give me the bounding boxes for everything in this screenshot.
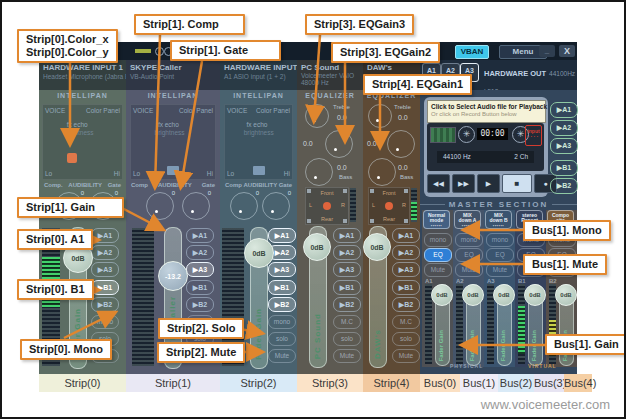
bus-fader-knob[interactable]: 0dB [555,284,577,306]
strip-0-b2-button[interactable]: ▶B2 [91,297,119,312]
gate-knob[interactable]: 0 [262,192,290,220]
strip-4-b1-button[interactable]: ▶B1 [392,280,420,295]
fast-forward-button[interactable]: ▶▶ [452,174,475,193]
strip-2-mono-button[interactable]: mono [268,315,296,329]
strip-3-b2-button[interactable]: ▶B2 [333,297,361,312]
strip-2-mute-button[interactable]: Mute [268,349,296,363]
surround-pan-pad[interactable]: Front L R Rear [368,187,410,225]
strip-3-b1-button[interactable]: ▶B1 [333,280,361,295]
strip-2-a1-button[interactable]: ▶A1 [268,228,296,243]
strip-3-mc-button[interactable]: M.C [333,315,361,329]
bus-2-mode-button[interactable]: MIX down B [485,210,512,229]
eq-bass-knob[interactable] [368,158,396,186]
bus-0-eq-button[interactable]: EQ [424,248,452,262]
strip-3-solo-button[interactable]: solo [333,332,361,346]
cassette-route-b1[interactable]: ▶B1 [550,160,578,176]
eq-treble-knob[interactable] [305,104,329,128]
bus-1-mute-button[interactable]: Mute [455,263,483,277]
hint-line-2: Or click on Record Button below [428,110,545,117]
strip-4-a1-button[interactable]: ▶A1 [392,228,420,243]
strip-1-a3-button[interactable]: ▶A3 [186,262,214,277]
bus-1-mode-button[interactable]: MIX down A [454,210,481,229]
cassette-route-b2[interactable]: ▶B2 [550,178,578,194]
intellipan-pad[interactable]: VOICE Color Panel fx echo brightness Lo … [224,104,293,180]
callout-strip4-eqgain1: Strip[4]. EQGain1 [363,74,472,95]
eq-mid-knob[interactable] [387,130,415,158]
lo-label: Lo [133,170,140,177]
eq-treble-knob[interactable] [368,104,392,128]
legend-bus-1: Bus(1) [460,374,498,392]
playback-hint[interactable]: Click to Select Audio file for Playback … [427,100,546,123]
strip-4-a2-button[interactable]: ▶A2 [392,245,420,260]
fader-knob[interactable]: 0dB [363,233,391,261]
bus-fader-knob[interactable]: 0dB [524,284,546,306]
strip-0-mono-button[interactable]: mono [91,315,119,329]
surround-pan-pad[interactable]: Front L R Rear [305,187,349,225]
stop-button[interactable]: ■ [502,174,532,193]
comp-label: Comp. [44,182,63,188]
strip-0-a1-button[interactable]: ▶A1 [91,228,119,243]
bus-2-mute-button[interactable]: Mute [486,263,514,277]
intellipan-pad[interactable]: VOICE Color Panel fx echo brightness Lo … [130,104,216,180]
bus-fader-knob[interactable]: 0dB [493,284,515,306]
rewind-button[interactable]: ◀◀ [427,174,450,193]
cassette-route-a1[interactable]: ▶A1 [550,102,578,118]
strip-2-b2-button[interactable]: ▶B2 [268,297,296,312]
bass-label: Bass [339,174,352,180]
bus-1-mono-button[interactable]: mono [455,233,483,247]
cassette-route-a2[interactable]: ▶A2 [550,120,578,136]
eq-bass-knob[interactable] [305,158,333,186]
watermark: www.voicemeeter.com [481,397,610,412]
strip-1-b1-button[interactable]: ▶B1 [186,280,214,295]
strip-device: A1 ASIO input (1 + 2) [220,72,297,80]
strip-4-solo-button[interactable]: solo [392,332,420,346]
strip-1-a1-button[interactable]: ▶A1 [186,228,214,243]
hardware-out-title: HARDWARE OUT [484,69,546,78]
left-label: L [309,202,312,208]
strip-2-b1-button[interactable]: ▶B1 [268,280,296,295]
strip-4-b2-button[interactable]: ▶B2 [392,297,420,312]
minimize-button[interactable]: _ [539,45,555,57]
strip-1-b2-button[interactable]: ▶B2 [186,297,214,312]
fader-value: 0dB [370,244,383,251]
fader-knob[interactable]: -13.2 [158,261,188,291]
input-record-button[interactable]: input [525,125,542,146]
bus-0-mode-button[interactable]: Normal mode [423,210,450,229]
bus-2-eq-button[interactable]: EQ [486,248,514,262]
color-position-handle[interactable] [67,153,77,163]
strip-2-a3-button[interactable]: ▶A3 [268,262,296,277]
bus-2-mono-button[interactable]: mono [486,233,514,247]
bus-0-mono-button[interactable]: mono [424,233,452,247]
cassette-route-a3[interactable]: ▶A3 [550,138,578,154]
strip-3-a2-button[interactable]: ▶A2 [333,245,361,260]
strip-4-a3-button[interactable]: ▶A3 [392,262,420,277]
strip-1-a2-button[interactable]: ▶A2 [186,245,214,260]
strip-0-b1-button[interactable]: ▶B1 [91,280,119,295]
strip-0-a3-button[interactable]: ▶A3 [91,262,119,277]
comp-knob[interactable]: 0 [146,192,174,220]
strip-4-mute-button[interactable]: Mute [392,349,420,363]
pan-position-handle[interactable] [253,166,265,175]
bus-fader-knob[interactable]: 0dB [431,284,453,306]
strip-3-mute-button[interactable]: Mute [333,349,361,363]
strip-0-a2-button[interactable]: ▶A2 [91,245,119,260]
strip-3-a1-button[interactable]: ▶A1 [333,228,361,243]
fader-knob[interactable]: 0dB [303,233,331,261]
pan-position-handle[interactable] [323,202,331,210]
fader-knob[interactable]: 0dB [244,238,274,268]
intellipan-pad[interactable]: VOICE Color Panel fx echo brightness Lo … [42,104,123,180]
bus-1-eq-button[interactable]: EQ [455,248,483,262]
strip-4-mc-button[interactable]: M.C [392,315,420,329]
gate-knob[interactable]: 0 [182,192,210,220]
pan-position-handle[interactable] [167,166,179,175]
bus-fader-knob[interactable]: 0dB [462,284,484,306]
strip-2-solo-button[interactable]: solo [268,332,296,346]
pan-position-handle[interactable] [385,202,393,210]
eq-mid-knob[interactable] [325,130,353,158]
strip-3-a3-button[interactable]: ▶A3 [333,262,361,277]
close-button[interactable]: X [559,45,575,57]
vban-button[interactable]: VBAN [455,45,489,59]
play-button[interactable]: ▶ [477,174,500,193]
bus-0-mute-button[interactable]: Mute [424,263,452,277]
comp-knob[interactable]: 0 [230,192,258,220]
